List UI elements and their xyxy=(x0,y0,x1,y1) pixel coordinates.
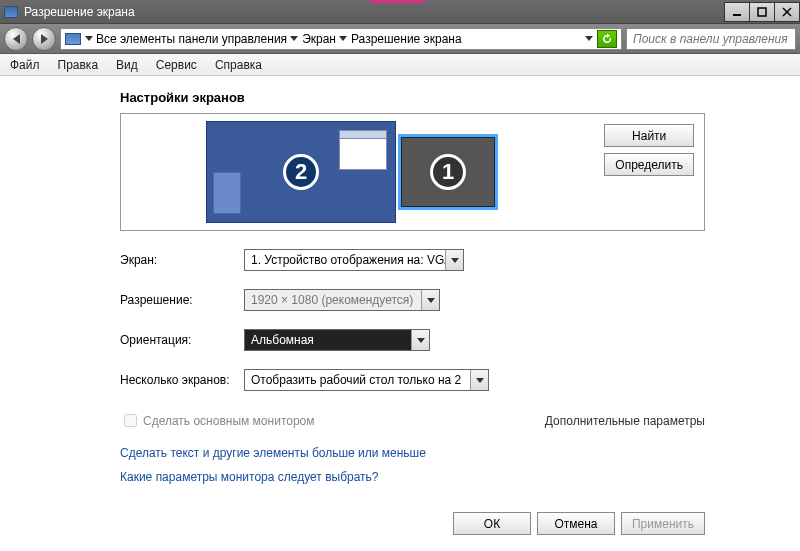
breadcrumb-label: Все элементы панели управления xyxy=(96,32,287,46)
textsize-link[interactable]: Сделать текст и другие элементы больше и… xyxy=(120,446,800,460)
screen-select[interactable]: 1. Устройство отображения на: VGA xyxy=(244,249,464,271)
display-preview: 2 1 Найти Определить xyxy=(120,113,705,231)
app-icon xyxy=(4,6,18,18)
search-box[interactable] xyxy=(626,28,796,50)
orientation-select[interactable]: Альбомная xyxy=(244,329,430,351)
maximize-button[interactable] xyxy=(749,2,775,22)
chevron-down-icon xyxy=(445,250,463,270)
chevron-down-icon xyxy=(421,290,439,310)
dialog-buttons: ОК Отмена Применить xyxy=(120,512,705,535)
label-orientation: Ориентация: xyxy=(120,333,244,347)
multi-select[interactable]: Отобразить рабочий стол только на 2 xyxy=(244,369,489,391)
identify-button[interactable]: Определить xyxy=(604,153,694,176)
orientation-value: Альбомная xyxy=(251,333,314,347)
main-content: Настройки экранов 2 1 Найти Определить Э… xyxy=(0,76,800,535)
refresh-button[interactable] xyxy=(597,30,617,48)
find-button[interactable]: Найти xyxy=(604,124,694,147)
mini-window-icon xyxy=(339,130,387,170)
monitor-2[interactable]: 2 xyxy=(206,121,396,223)
breadcrumb-label: Экран xyxy=(302,32,336,46)
display-icon xyxy=(65,33,81,45)
advanced-link[interactable]: Дополнительные параметры xyxy=(545,414,705,428)
label-screen: Экран: xyxy=(120,253,244,267)
accent-strip xyxy=(370,0,425,3)
address-dropdown-icon[interactable] xyxy=(585,36,593,41)
label-resolution: Разрешение: xyxy=(120,293,244,307)
monitor-number: 1 xyxy=(442,159,454,185)
window-title: Разрешение экрана xyxy=(24,5,135,19)
menu-bar: Файл Правка Вид Сервис Справка xyxy=(0,54,800,76)
multi-value: Отобразить рабочий стол только на 2 xyxy=(251,373,461,387)
minimize-button[interactable] xyxy=(724,2,750,22)
window-controls xyxy=(725,2,800,22)
monitor-1[interactable]: 1 xyxy=(401,137,495,207)
breadcrumb-label: Разрешение экрана xyxy=(351,32,462,46)
svg-rect-1 xyxy=(758,8,766,16)
menu-view[interactable]: Вид xyxy=(116,58,138,72)
ok-button[interactable]: ОК xyxy=(453,512,531,535)
menu-help[interactable]: Справка xyxy=(215,58,262,72)
breadcrumb-segment[interactable]: Все элементы панели управления xyxy=(85,32,298,46)
breadcrumb-segment[interactable]: Экран xyxy=(302,32,347,46)
mini-dock-icon xyxy=(213,172,241,214)
page-heading: Настройки экранов xyxy=(120,90,800,105)
cancel-button[interactable]: Отмена xyxy=(537,512,615,535)
breadcrumb-segment[interactable]: Разрешение экрана xyxy=(351,32,462,46)
menu-file[interactable]: Файл xyxy=(10,58,40,72)
screen-value: 1. Устройство отображения на: VGA xyxy=(251,253,452,267)
monitor-number-badge: 2 xyxy=(283,154,319,190)
title-bar: Разрешение экрана xyxy=(0,0,800,24)
menu-edit[interactable]: Правка xyxy=(58,58,99,72)
which-settings-link[interactable]: Какие параметры монитора следует выбрать… xyxy=(120,470,800,484)
monitor-1-selected: 1 xyxy=(398,134,498,210)
label-multi: Несколько экранов: xyxy=(120,373,244,387)
make-primary-checkbox xyxy=(124,414,137,427)
menu-tools[interactable]: Сервис xyxy=(156,58,197,72)
back-button[interactable] xyxy=(4,27,28,51)
nav-bar: Все элементы панели управления Экран Раз… xyxy=(0,24,800,54)
resolution-value: 1920 × 1080 (рекомендуется) xyxy=(251,293,413,307)
search-input[interactable] xyxy=(631,31,791,47)
chevron-down-icon xyxy=(411,330,429,350)
make-primary-label: Сделать основным монитором xyxy=(143,414,315,428)
address-bar[interactable]: Все элементы панели управления Экран Раз… xyxy=(60,28,622,50)
apply-button[interactable]: Применить xyxy=(621,512,705,535)
forward-button[interactable] xyxy=(32,27,56,51)
resolution-select[interactable]: 1920 × 1080 (рекомендуется) xyxy=(244,289,440,311)
close-button[interactable] xyxy=(774,2,800,22)
monitor-number: 2 xyxy=(295,159,307,185)
monitor-number-badge: 1 xyxy=(430,154,466,190)
chevron-down-icon xyxy=(470,370,488,390)
